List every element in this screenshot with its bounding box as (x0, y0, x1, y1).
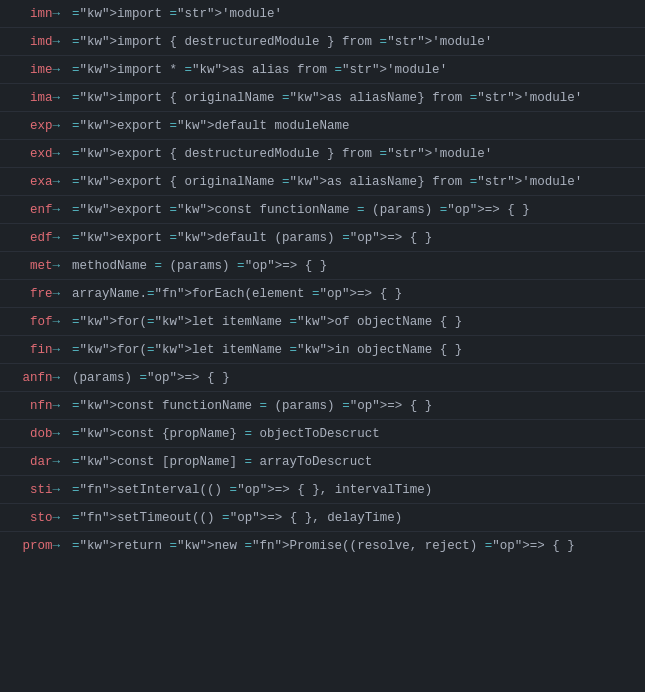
arrow-icon: → (52, 511, 60, 525)
list-item[interactable]: fin→="kw">for(="kw">let itemName ="kw">i… (0, 336, 645, 364)
snippet-value: ="kw">export ="kw">default moduleName (72, 119, 350, 133)
list-item[interactable]: fof→="kw">for(="kw">let itemName ="kw">o… (0, 308, 645, 336)
snippet-value: ="kw">for(="kw">let itemName ="kw">in ob… (72, 343, 462, 357)
snippet-key: imd→ (0, 35, 72, 49)
snippet-value: ="kw">export { originalName ="kw">as ali… (72, 175, 582, 189)
snippet-list: imn→="kw">import ="str">'module'imd→="kw… (0, 0, 645, 560)
snippet-key: prom→ (0, 539, 72, 553)
arrow-icon: → (52, 343, 60, 357)
snippet-key: enf→ (0, 203, 72, 217)
list-item[interactable]: imn→="kw">import ="str">'module' (0, 0, 645, 28)
snippet-value: ="kw">const {propName} = objectToDescruc… (72, 427, 380, 441)
snippet-value: methodName = (params) ="op">=> { } (72, 259, 327, 273)
snippet-value: ="kw">import * ="kw">as alias from ="str… (72, 63, 447, 77)
arrow-icon: → (52, 371, 60, 385)
arrow-icon: → (52, 539, 60, 553)
list-item[interactable]: edf→="kw">export ="kw">default (params) … (0, 224, 645, 252)
snippet-value: ="kw">export ="kw">const functionName = … (72, 203, 530, 217)
snippet-value: ="kw">import { originalName ="kw">as ali… (72, 91, 582, 105)
list-item[interactable]: anfn→(params) ="op">=> { } (0, 364, 645, 392)
list-item[interactable]: exd→="kw">export { destructuredModule } … (0, 140, 645, 168)
list-item[interactable]: met→methodName = (params) ="op">=> { } (0, 252, 645, 280)
snippet-key: imn→ (0, 7, 72, 21)
list-item[interactable]: exa→="kw">export { originalName ="kw">as… (0, 168, 645, 196)
arrow-icon: → (52, 175, 60, 189)
snippet-value: ="kw">const functionName = (params) ="op… (72, 399, 432, 413)
snippet-value: (params) ="op">=> { } (72, 371, 230, 385)
arrow-icon: → (52, 455, 60, 469)
snippet-key: ima→ (0, 91, 72, 105)
snippet-value: ="fn">setTimeout(() ="op">=> { }, delayT… (72, 511, 402, 525)
arrow-icon: → (52, 483, 60, 497)
snippet-value: ="kw">const [propName] = arrayToDescruct (72, 455, 372, 469)
snippet-key: fof→ (0, 315, 72, 329)
snippet-key: dob→ (0, 427, 72, 441)
arrow-icon: → (52, 427, 60, 441)
arrow-icon: → (52, 259, 60, 273)
list-item[interactable]: imd→="kw">import { destructuredModule } … (0, 28, 645, 56)
arrow-icon: → (52, 203, 60, 217)
snippet-key: nfn→ (0, 399, 72, 413)
arrow-icon: → (52, 231, 60, 245)
list-item[interactable]: sti→="fn">setInterval(() ="op">=> { }, i… (0, 476, 645, 504)
snippet-value: ="kw">import ="str">'module' (72, 7, 282, 21)
list-item[interactable]: fre→arrayName.="fn">forEach(element ="op… (0, 280, 645, 308)
list-item[interactable]: nfn→="kw">const functionName = (params) … (0, 392, 645, 420)
snippet-value: ="kw">return ="kw">new ="fn">Promise((re… (72, 539, 575, 553)
snippet-key: ime→ (0, 63, 72, 77)
list-item[interactable]: enf→="kw">export ="kw">const functionNam… (0, 196, 645, 224)
snippet-value: ="fn">setInterval(() ="op">=> { }, inter… (72, 483, 432, 497)
snippet-value: ="kw">export ="kw">default (params) ="op… (72, 231, 432, 245)
snippet-key: fre→ (0, 287, 72, 301)
arrow-icon: → (52, 147, 60, 161)
arrow-icon: → (52, 119, 60, 133)
arrow-icon: → (52, 35, 60, 49)
snippet-key: edf→ (0, 231, 72, 245)
snippet-value: ="kw">export { destructuredModule } from… (72, 147, 492, 161)
snippet-key: exa→ (0, 175, 72, 189)
snippet-key: sto→ (0, 511, 72, 525)
snippet-key: exd→ (0, 147, 72, 161)
snippet-key: met→ (0, 259, 72, 273)
arrow-icon: → (52, 399, 60, 413)
list-item[interactable]: dar→="kw">const [propName] = arrayToDesc… (0, 448, 645, 476)
arrow-icon: → (52, 287, 60, 301)
snippet-key: dar→ (0, 455, 72, 469)
list-item[interactable]: exp→="kw">export ="kw">default moduleNam… (0, 112, 645, 140)
snippet-value: ="kw">import { destructuredModule } from… (72, 35, 492, 49)
snippet-value: ="kw">for(="kw">let itemName ="kw">of ob… (72, 315, 462, 329)
snippet-key: anfn→ (0, 371, 72, 385)
arrow-icon: → (52, 63, 60, 77)
snippet-value: arrayName.="fn">forEach(element ="op">=>… (72, 287, 402, 301)
list-item[interactable]: ime→="kw">import * ="kw">as alias from =… (0, 56, 645, 84)
snippet-key: sti→ (0, 483, 72, 497)
list-item[interactable]: dob→="kw">const {propName} = objectToDes… (0, 420, 645, 448)
list-item[interactable]: sto→="fn">setTimeout(() ="op">=> { }, de… (0, 504, 645, 532)
snippet-key: fin→ (0, 343, 72, 357)
list-item[interactable]: prom→="kw">return ="kw">new ="fn">Promis… (0, 532, 645, 560)
arrow-icon: → (52, 315, 60, 329)
arrow-icon: → (52, 91, 60, 105)
snippet-key: exp→ (0, 119, 72, 133)
arrow-icon: → (52, 7, 60, 21)
list-item[interactable]: ima→="kw">import { originalName ="kw">as… (0, 84, 645, 112)
